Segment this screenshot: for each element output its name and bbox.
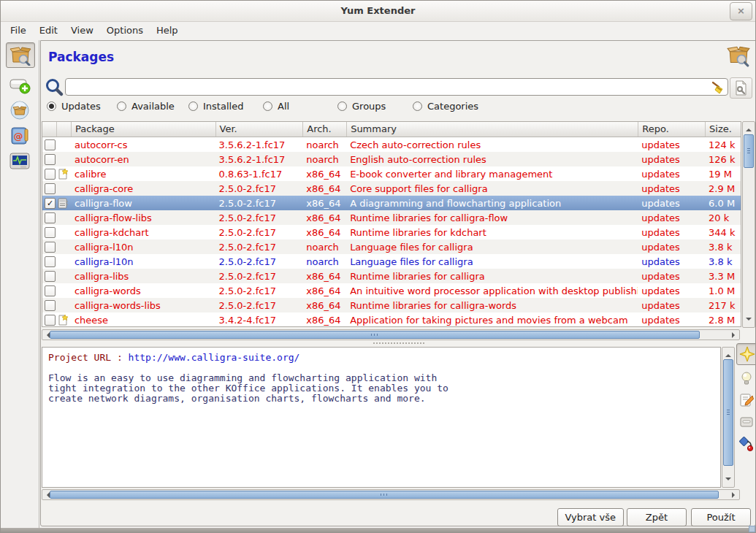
sidebar-item-packages[interactable] bbox=[6, 42, 35, 68]
table-row[interactable]: calligra-words-libs 2.5.0-2.fc17 x86_64 … bbox=[42, 298, 741, 312]
table-row[interactable]: calligra-core 2.5.0-2.fc17 x86_64 Core s… bbox=[42, 181, 741, 196]
package-summary: Runtime libraries for kdchart bbox=[346, 227, 638, 238]
row-select-cell[interactable] bbox=[42, 241, 56, 253]
window-resize-grip[interactable] bbox=[749, 526, 755, 532]
package-version: 2.5.0-2.fc17 bbox=[215, 242, 303, 253]
filter-radio-categories[interactable]: Categories bbox=[413, 101, 478, 112]
details-vscroll-thumb[interactable] bbox=[723, 359, 733, 466]
info-tab-changelog[interactable] bbox=[736, 390, 756, 410]
row-checkbox[interactable] bbox=[45, 212, 56, 223]
apply-button[interactable]: Použít bbox=[691, 508, 751, 526]
row-checkbox[interactable] bbox=[45, 256, 56, 267]
package-size: 126 k bbox=[705, 154, 741, 165]
package-version: 2.5.0-2.fc17 bbox=[215, 300, 303, 311]
filter-radio-installed[interactable]: Installed bbox=[188, 101, 243, 112]
column-header-repo[interactable]: Repo. bbox=[638, 122, 705, 137]
filter-radio-all[interactable]: All bbox=[263, 101, 289, 112]
row-select-cell[interactable] bbox=[42, 270, 56, 282]
row-checkbox[interactable] bbox=[45, 169, 56, 180]
table-vertical-scrollbar[interactable] bbox=[742, 121, 755, 328]
column-header-blank0[interactable] bbox=[42, 122, 56, 137]
row-checkbox[interactable] bbox=[45, 139, 56, 150]
package-version: 2.5.0-2.fc17 bbox=[215, 227, 303, 238]
row-checkbox[interactable] bbox=[45, 242, 56, 253]
row-select-cell[interactable] bbox=[42, 139, 56, 150]
row-select-cell[interactable] bbox=[42, 168, 56, 180]
table-row[interactable]: calligra-kdchart 2.5.0-2.fc17 x86_64 Run… bbox=[42, 225, 741, 239]
close-button[interactable]: × bbox=[730, 2, 752, 20]
row-select-cell[interactable] bbox=[42, 226, 56, 238]
table-row[interactable]: calligra-l10n 2.5.0-2.fc17 noarch Langua… bbox=[42, 254, 741, 269]
filter-radio-updates[interactable]: Updates bbox=[47, 101, 101, 112]
row-select-cell[interactable] bbox=[42, 153, 56, 165]
row-select-cell[interactable] bbox=[42, 285, 56, 296]
row-checkbox[interactable] bbox=[45, 154, 56, 165]
column-header-package[interactable]: Package bbox=[71, 122, 215, 137]
package-size: 20 k bbox=[705, 212, 741, 223]
row-checkbox[interactable] bbox=[45, 183, 56, 194]
row-type-icon-cell bbox=[56, 168, 71, 180]
sidebar-item-output[interactable] bbox=[6, 149, 34, 173]
undo-button[interactable]: Zpět bbox=[627, 508, 687, 526]
package-arch: x86_64 bbox=[302, 271, 346, 282]
table-row[interactable]: calligra-libs 2.5.0-2.fc17 x86_64 Runtim… bbox=[42, 269, 741, 283]
row-select-cell[interactable] bbox=[42, 299, 56, 311]
package-name: calligra-kdchart bbox=[71, 227, 215, 238]
filter-radio-available[interactable]: Available bbox=[117, 101, 175, 112]
package-name: calligra-l10n bbox=[71, 256, 215, 267]
row-checkbox[interactable] bbox=[45, 285, 56, 296]
column-header-size[interactable]: Size. bbox=[705, 122, 741, 137]
details-hscroll-thumb[interactable] bbox=[50, 491, 719, 499]
table-row[interactable]: cheese 3.4.2-4.fc17 x86_64 Application f… bbox=[42, 312, 741, 327]
row-checkbox[interactable] bbox=[45, 300, 56, 311]
row-select-cell[interactable] bbox=[42, 212, 56, 223]
project-url-link[interactable]: http://www.calligra-suite.org/ bbox=[129, 352, 300, 363]
table-row[interactable]: calibre 0.8.63-1.fc17 x86_64 E-book conv… bbox=[42, 166, 741, 181]
row-checkbox[interactable] bbox=[45, 315, 56, 326]
row-select-cell[interactable] bbox=[42, 314, 56, 326]
table-hscroll-thumb[interactable] bbox=[50, 331, 700, 339]
search-options-button[interactable] bbox=[730, 77, 752, 99]
sidebar-item-repositories[interactable] bbox=[6, 98, 34, 122]
table-row[interactable]: calligra-l10n 2.5.0-2.fc17 noarch Langua… bbox=[42, 239, 741, 254]
table-row[interactable]: autocorr-cs 3.5.6.2-1.fc17 noarch Czech … bbox=[42, 137, 741, 152]
details-vertical-scrollbar[interactable] bbox=[722, 347, 735, 488]
sidebar-item-pending-actions[interactable] bbox=[6, 72, 34, 96]
row-checkbox[interactable] bbox=[45, 271, 56, 282]
info-tab-update-info[interactable] bbox=[736, 368, 756, 388]
table-horizontal-scrollbar[interactable] bbox=[42, 329, 740, 340]
row-select-cell[interactable] bbox=[42, 183, 56, 194]
table-row[interactable]: calligra-words 2.5.0-2.fc17 x86_64 An in… bbox=[42, 283, 741, 298]
table-row[interactable]: autocorr-en 3.5.6.2-1.fc17 noarch Englis… bbox=[42, 152, 741, 166]
column-header-summary[interactable]: Summary bbox=[346, 122, 638, 137]
row-select-cell[interactable] bbox=[42, 256, 56, 267]
column-header-blank1[interactable] bbox=[56, 122, 71, 137]
select-all-button[interactable]: Vybrat vše bbox=[557, 508, 625, 526]
info-tab-dependencies[interactable] bbox=[736, 434, 756, 454]
column-header-ver[interactable]: Ver. bbox=[215, 122, 303, 137]
menu-help[interactable]: Help bbox=[150, 21, 185, 39]
row-select-cell[interactable]: ✓ bbox=[42, 197, 56, 209]
table-row[interactable]: ✓ calligra-flow 2.5.0-2.fc17 x86_64 A di… bbox=[42, 196, 741, 210]
search-input[interactable] bbox=[65, 78, 728, 96]
clear-search-broom-icon[interactable] bbox=[710, 80, 725, 97]
package-version: 3.5.6.2-1.fc17 bbox=[215, 154, 303, 165]
package-repo: updates bbox=[638, 212, 705, 223]
menu-edit[interactable]: Edit bbox=[33, 21, 64, 39]
menu-view[interactable]: View bbox=[64, 21, 100, 39]
info-tab-description[interactable] bbox=[736, 343, 756, 365]
row-checkbox[interactable]: ✓ bbox=[45, 198, 56, 209]
package-version: 3.4.2-4.fc17 bbox=[215, 315, 303, 326]
row-checkbox[interactable] bbox=[45, 227, 56, 238]
table-row[interactable]: calligra-flow-libs 2.5.0-2.fc17 x86_64 R… bbox=[42, 210, 741, 225]
filter-radio-groups[interactable]: Groups bbox=[337, 101, 386, 112]
info-tab-filelist[interactable] bbox=[736, 412, 756, 432]
table-vscroll-thumb[interactable] bbox=[744, 134, 754, 168]
column-header-arch[interactable]: Arch. bbox=[302, 122, 346, 137]
details-horizontal-scrollbar[interactable] bbox=[42, 489, 740, 500]
menu-file[interactable]: File bbox=[4, 21, 33, 39]
menu-options[interactable]: Options bbox=[100, 21, 150, 39]
package-arch: x86_64 bbox=[302, 315, 346, 326]
sidebar-item-history[interactable]: @ bbox=[6, 123, 34, 147]
package-table: PackageVer.Arch.SummaryRepo.Size. autoco… bbox=[42, 121, 741, 327]
